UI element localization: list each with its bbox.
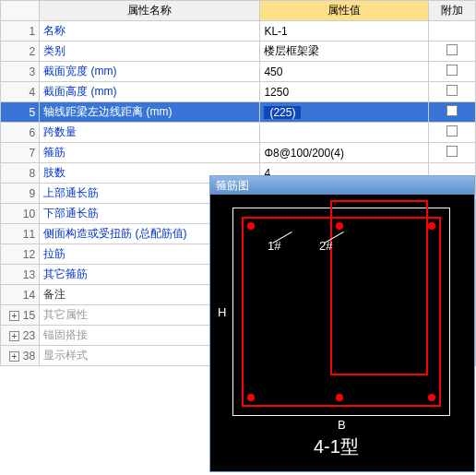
label-b: B	[338, 418, 346, 432]
rebar-dot	[428, 222, 435, 230]
row-number: 6	[1, 123, 40, 143]
label-2: 2#	[319, 239, 332, 253]
row-number: 5	[1, 102, 40, 123]
rebar-dot	[336, 394, 343, 401]
property-value[interactable]: 450	[260, 62, 429, 82]
extra-cell[interactable]	[429, 21, 476, 42]
diagram-panel[interactable]: 箍筋图 1# 2# H B 4-1型	[209, 175, 475, 472]
extra-cell[interactable]	[429, 143, 476, 163]
header-blank	[1, 1, 40, 21]
row-number: 8	[1, 163, 40, 184]
row-number: 3	[1, 62, 40, 82]
table-row[interactable]: 2类别楼层框架梁	[1, 42, 476, 62]
property-value[interactable]: Φ8@100/200(4)	[260, 143, 429, 163]
property-name[interactable]: 截面宽度 (mm)	[40, 62, 260, 82]
table-row[interactable]: 6跨数量	[1, 123, 476, 143]
row-number: 12	[1, 244, 40, 265]
checkbox[interactable]	[446, 85, 458, 96]
rebar-dot	[336, 222, 343, 230]
stirrup-inner	[330, 200, 428, 375]
property-name[interactable]: 截面高度 (mm)	[40, 82, 260, 102]
property-value[interactable]: KL-1	[260, 21, 429, 42]
property-name[interactable]: 跨数量	[40, 123, 260, 143]
extra-cell[interactable]	[429, 42, 476, 62]
panel-title-text: 箍筋图	[216, 178, 249, 194]
extra-cell[interactable]	[429, 102, 476, 123]
row-number: 1	[1, 21, 40, 42]
expand-icon[interactable]: +	[9, 331, 19, 341]
row-number: +38	[1, 346, 40, 366]
extra-cell[interactable]	[429, 123, 476, 143]
panel-titlebar[interactable]: 箍筋图	[210, 176, 474, 195]
header-value[interactable]: 属性值	[260, 1, 429, 21]
checkbox[interactable]	[446, 146, 458, 157]
rebar-dot	[247, 394, 255, 401]
property-value[interactable]: 楼层框架梁	[260, 42, 429, 62]
table-row[interactable]: 7箍筋Φ8@100/200(4)	[1, 143, 476, 163]
property-name[interactable]: 类别	[40, 42, 260, 62]
table-row[interactable]: 1名称KL-1	[1, 21, 476, 42]
checkbox[interactable]	[446, 44, 458, 55]
rebar-dot	[428, 394, 435, 401]
row-number: 14	[1, 285, 40, 305]
checkbox[interactable]	[446, 125, 458, 137]
row-number: 2	[1, 42, 40, 62]
extra-cell[interactable]	[429, 62, 476, 82]
header-extra[interactable]: 附加	[429, 1, 476, 21]
property-value[interactable]: 1250	[260, 82, 429, 102]
property-name[interactable]: 轴线距梁左边线距离 (mm)	[40, 102, 260, 123]
table-row[interactable]: 5轴线距梁左边线距离 (mm)(225)	[1, 102, 476, 123]
label-type: 4-1型	[314, 434, 359, 459]
table-row[interactable]: 4截面高度 (mm)1250	[1, 82, 476, 102]
table-row[interactable]: 3截面宽度 (mm)450	[1, 62, 476, 82]
row-number: 4	[1, 82, 40, 102]
expand-icon[interactable]: +	[9, 311, 19, 321]
property-value[interactable]: (225)	[260, 102, 429, 123]
checkbox[interactable]	[446, 65, 458, 76]
property-name[interactable]: 箍筋	[40, 143, 260, 163]
row-number: 13	[1, 265, 40, 285]
row-number: 10	[1, 204, 40, 224]
label-1: 1#	[268, 239, 280, 253]
header-name[interactable]: 属性名称	[40, 1, 260, 21]
row-number: 9	[1, 184, 40, 204]
row-number: +23	[1, 326, 40, 346]
panel-body: 1# 2# H B 4-1型	[210, 195, 474, 471]
rebar-dot	[247, 222, 255, 230]
expand-icon[interactable]: +	[9, 351, 19, 362]
row-number: +15	[1, 305, 40, 326]
checkbox[interactable]	[446, 105, 458, 116]
label-h: H	[218, 305, 226, 319]
property-value[interactable]	[260, 123, 429, 143]
row-number: 7	[1, 143, 40, 163]
property-name[interactable]: 名称	[40, 21, 260, 42]
extra-cell[interactable]	[429, 82, 476, 102]
row-number: 11	[1, 224, 40, 244]
